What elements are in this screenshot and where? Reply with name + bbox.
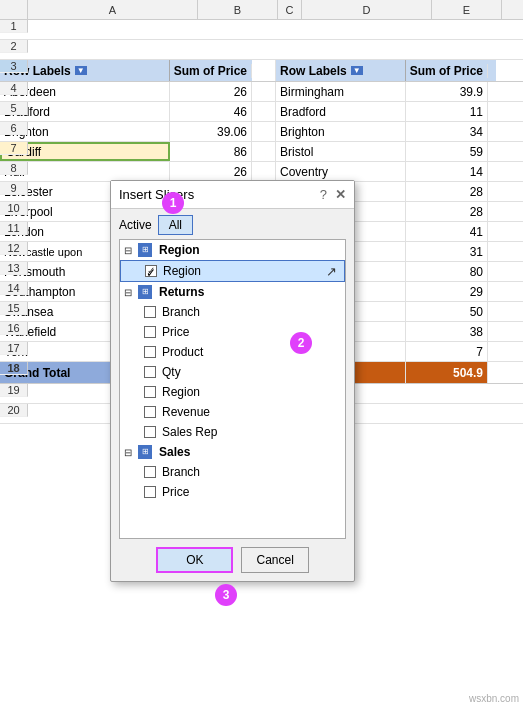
badge-2: 2 [290,332,312,354]
item-label-sales-branch: Branch [162,465,200,479]
col-header-b: B [198,0,278,19]
row-num-7: 7 [0,142,28,155]
cell-13-e: 80 [406,262,488,281]
cell-10-e: 28 [406,202,488,221]
expand-region-icon[interactable]: ⊟ [124,245,134,256]
row-num-9: 9 [0,182,28,195]
group-label-returns: Returns [159,285,204,299]
filter-icon-right[interactable]: ▼ [351,66,363,75]
slicer-item-returns-qty[interactable]: Qty [120,362,345,382]
dialog-footer: OK Cancel [111,539,354,581]
checkbox-returns-product[interactable] [144,346,156,358]
ok-button[interactable]: OK [156,547,233,573]
row-num-20: 20 [0,404,28,417]
row-num-1: 1 [0,20,28,33]
slicer-item-sales-branch[interactable]: Branch [120,462,345,482]
dialog-help-button[interactable]: ? [320,187,327,202]
cell-6-d: Brighton [276,122,406,141]
cell-8-d: Coventry [276,162,406,181]
item-label-returns-price: Price [162,325,189,339]
row-num-10: 10 [0,202,28,215]
col-header-d: D [302,0,432,19]
filter-icon-left[interactable]: ▼ [75,66,87,75]
slicer-item-returns-branch[interactable]: Branch [120,302,345,322]
checkbox-sales-branch[interactable] [144,466,156,478]
watermark: wsxbn.com [469,693,519,704]
item-label-sales-price: Price [162,485,189,499]
column-headers: A B C D E [0,0,523,20]
group-header-region[interactable]: ⊟ ⊞ Region [120,240,345,260]
cell-7-e: 59 [406,142,488,161]
item-label-returns-revenue: Revenue [162,405,210,419]
row-num-6: 6 [0,122,28,135]
slicer-item-returns-revenue[interactable]: Revenue [120,402,345,422]
row-num-11: 11 [0,222,28,235]
checkbox-region-region[interactable]: ✓ [145,265,157,277]
cell-15-e: 50 [406,302,488,321]
cell-9-e: 28 [406,182,488,201]
cell-5-b: 46 [170,102,252,121]
item-label-returns-region: Region [162,385,200,399]
col-header-c: C [278,0,302,19]
slicer-item-sales-price[interactable]: Price [120,482,345,502]
table-icon-region: ⊞ [138,243,152,257]
cell-8-b: 26 [170,162,252,181]
row-num-18: 18 [0,362,28,375]
row-num-5: 5 [0,102,28,115]
row-num-2: 2 [0,40,28,53]
spreadsheet: A B C D E 1 2 3 Row Labels ▼ Sum of Pric… [0,0,523,706]
checkbox-returns-branch[interactable] [144,306,156,318]
checkbox-returns-revenue[interactable] [144,406,156,418]
badge-3: 3 [215,584,237,606]
right-header-label: Row Labels ▼ [276,60,406,81]
item-label-returns-qty: Qty [162,365,181,379]
cancel-button[interactable]: Cancel [241,547,308,573]
expand-sales-icon[interactable]: ⊟ [124,447,134,458]
row-num-16: 16 [0,322,28,335]
cell-5-e: 11 [406,102,488,121]
checkbox-returns-salesrep[interactable] [144,426,156,438]
tab-all-button[interactable]: All [158,215,193,235]
cell-18-right-grand-value: 504.9 [406,362,488,383]
slicer-item-returns-region[interactable]: Region [120,382,345,402]
row-num-19: 19 [0,384,28,397]
dialog-close-button[interactable]: ✕ [335,187,346,202]
cursor-region: ↗ [326,264,337,279]
row-num-8: 8 [0,162,28,175]
col-header-e: E [432,0,502,19]
left-header-value: Sum of Price [170,64,252,78]
badge-1: 1 [162,192,184,214]
row-num-15: 15 [0,302,28,315]
slicer-item-returns-salesrep[interactable]: Sales Rep [120,422,345,442]
checkbox-returns-price[interactable] [144,326,156,338]
dialog-titlebar: Insert Slicers ? ✕ [111,181,354,209]
group-header-sales[interactable]: ⊟ ⊞ Sales [120,442,345,462]
checkbox-returns-qty[interactable] [144,366,156,378]
cell-7-b: 86 [170,142,252,161]
cell-14-e: 29 [406,282,488,301]
insert-slicers-dialog: Insert Slicers ? ✕ Active All ⊟ ⊞ Region… [110,180,355,582]
cell-4-d: Birmingham [276,82,406,101]
group-header-returns[interactable]: ⊟ ⊞ Returns [120,282,345,302]
item-label-returns-salesrep: Sales Rep [162,425,217,439]
group-label-region: Region [159,243,200,257]
group-label-sales: Sales [159,445,190,459]
expand-returns-icon[interactable]: ⊟ [124,287,134,298]
slicer-item-region-region[interactable]: ✓ Region ↗ [120,260,345,282]
table-icon-sales: ⊞ [138,445,152,459]
checkbox-returns-region[interactable] [144,386,156,398]
cell-11-e: 41 [406,222,488,241]
col-header-a: A [28,0,198,19]
row-num-14: 14 [0,282,28,295]
cell-6-b: 39.06 [170,122,252,141]
cell-12-e: 31 [406,242,488,261]
slicer-list[interactable]: ⊟ ⊞ Region ✓ Region ↗ ⊟ ⊞ Returns Branch [119,239,346,539]
dialog-tabs: Active All [111,209,354,239]
cell-6-e: 34 [406,122,488,141]
item-label-returns-product: Product [162,345,203,359]
checkbox-sales-price[interactable] [144,486,156,498]
dialog-controls: ? ✕ [320,187,346,202]
item-label-returns-branch: Branch [162,305,200,319]
cell-5-d: Bradford [276,102,406,121]
row-num-13: 13 [0,262,28,275]
